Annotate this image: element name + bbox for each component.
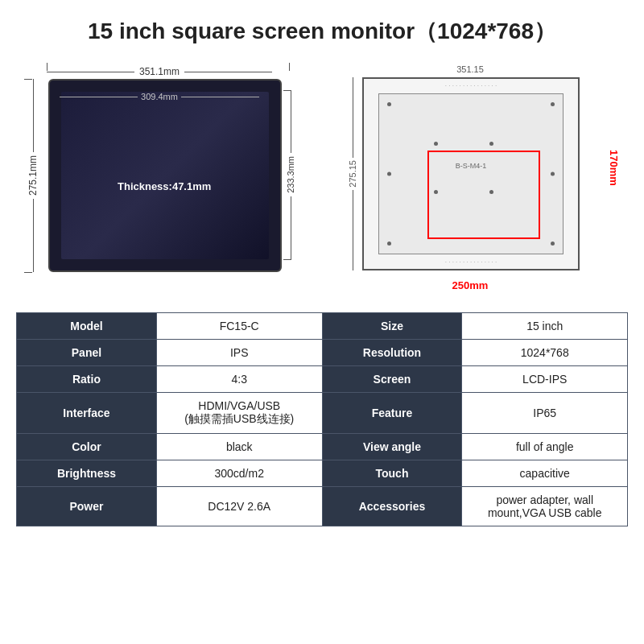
spec-label-left: Panel [17,340,157,366]
tick-right [289,63,290,71]
table-row: Brightness300cd/m2Touchcapacitive [17,460,628,487]
spec-label-right: Size [322,313,462,340]
sdot4 [489,190,493,194]
spec-value-left: HDMI/VGA/USB (触摸需插USB线连接) [156,393,322,434]
monitor-screen: Thickness:47.1mm [61,92,269,259]
diagram-left: 351.1mm Thickness:47.1mm 309.4mm 275.1mm [24,61,298,295]
spec-label-left: Brightness [17,460,157,487]
tick-top-sh [283,90,291,91]
schematic-dim-top: 351.15 [362,64,578,74]
sdot2 [489,142,493,146]
spec-value-left: 4:3 [156,366,322,393]
spec-label-right: Touch [322,460,462,487]
spec-label-right: Screen [322,366,462,393]
page-title: 15 inch square screen monitor（1024*768） [16,16,628,47]
spec-value-right: full of angle [462,434,628,460]
table-row: ColorblackView anglefull of angle [17,434,628,460]
dim-outer-width: 351.1mm [47,66,272,77]
dim-screen-width: 309.4mm [60,92,259,101]
spec-label-left: Model [17,313,157,340]
schematic-center-label: B-S-M4-1 [456,162,487,170]
schematic-box: B-S-M4-1 · · · · · · · · · · · · · · · ·… [362,77,580,270]
bot-dots: · · · · · · · · · · · · · · · [364,258,578,266]
spec-label-left: Power [17,487,157,526]
spec-label-right: View angle [322,434,462,460]
dot5 [387,172,391,176]
dim-outer-height: 275.1mm [27,79,39,272]
spec-label-right: Accessories [322,487,462,526]
thickness-label: Thickness:47.1mm [118,180,211,192]
table-row: InterfaceHDMI/VGA/USB (触摸需插USB线连接)Featur… [17,393,628,434]
spec-value-left: IPS [156,340,322,366]
diagram-right: 351.15 B-S-M4-1 [346,61,620,295]
diagrams-row: 351.1mm Thickness:47.1mm 309.4mm 275.1mm [16,61,628,295]
dot4 [551,242,555,246]
tick-bot-h [24,272,32,273]
table-row: ModelFC15-CSize15 inch [17,313,628,340]
spec-label-right: Resolution [322,340,462,366]
table-row: PowerDC12V 2.6AAccessoriespower adapter,… [17,487,628,526]
sdot1 [434,142,438,146]
spec-value-left: DC12V 2.6A [156,487,322,526]
tick-left [47,63,47,71]
spec-label-left: Ratio [17,366,157,393]
spec-label-left: Interface [17,393,157,434]
spec-value-left: FC15-C [156,313,322,340]
spec-value-right: IP65 [462,393,628,434]
schematic-dim-left: 275.15 [348,77,357,270]
dot1 [387,102,391,106]
dim-screen-height: 233.3mm [286,90,295,259]
schematic-inner: B-S-M4-1 [378,93,564,254]
tick-top-h [24,79,32,80]
spec-value-right: 1024*768 [462,340,628,366]
schematic-dim-right-height: 170mm [608,126,620,210]
spec-value-right: LCD-IPS [462,366,628,393]
monitor-body: Thickness:47.1mm [48,79,282,272]
spec-value-right: capacitive [462,460,628,487]
top-dots: · · · · · · · · · · · · · · · [364,82,578,89]
spec-value-left: black [156,434,322,460]
spec-label-right: Feature [322,393,462,434]
tick-bot-sh [283,259,291,260]
dot3 [387,242,391,246]
table-row: PanelIPSResolution1024*768 [17,340,628,366]
dot2 [551,102,555,106]
spec-label-left: Color [17,434,157,460]
specs-table: ModelFC15-CSize15 inchPanelIPSResolution… [16,312,628,526]
dot6 [551,172,555,176]
spec-value-left: 300cd/m2 [156,460,322,487]
spec-value-right: 15 inch [462,313,628,340]
spec-value-right: power adapter, wall mount,VGA USB cable [462,487,628,526]
schematic-dim-bottom: 250mm [362,279,578,291]
table-row: Ratio4:3ScreenLCD-IPS [17,366,628,393]
